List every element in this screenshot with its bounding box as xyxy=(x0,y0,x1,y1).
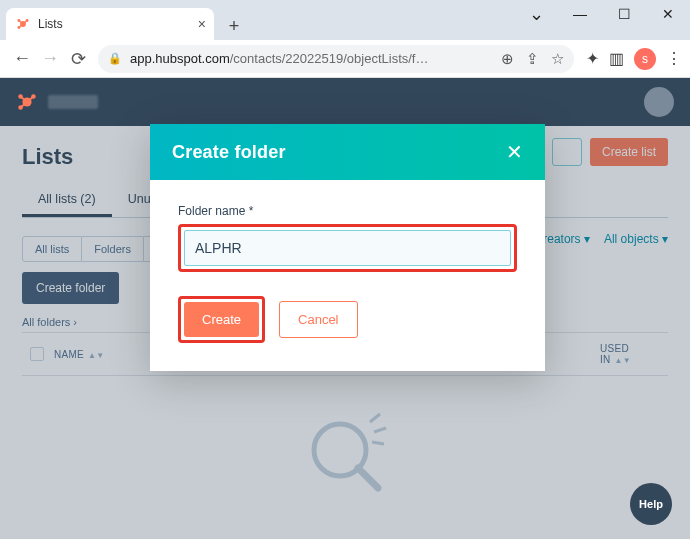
new-tab-button[interactable]: + xyxy=(220,12,248,40)
url-path: /contacts/22022519/objectLists/f… xyxy=(230,51,429,66)
reload-button[interactable]: ⟳ xyxy=(64,45,92,73)
back-button[interactable]: ← xyxy=(8,45,36,73)
chevron-down-icon[interactable]: ⌄ xyxy=(514,0,558,28)
modal-close-icon[interactable]: ✕ xyxy=(506,140,523,164)
url-domain: app.hubspot.com xyxy=(130,51,230,66)
maximize-button[interactable]: ☐ xyxy=(602,0,646,28)
zoom-icon[interactable]: ⊕ xyxy=(501,50,514,68)
kebab-menu-icon[interactable]: ⋮ xyxy=(666,49,682,68)
folder-name-label: Folder name * xyxy=(178,204,517,218)
app-area: Lists Create list All lists (2) Unused l… xyxy=(0,78,690,539)
folder-name-input[interactable] xyxy=(184,230,511,266)
panel-icon[interactable]: ▥ xyxy=(609,49,624,68)
modal-header: Create folder ✕ xyxy=(150,124,545,180)
user-avatar[interactable] xyxy=(644,87,674,117)
hubspot-logo-icon[interactable] xyxy=(16,91,38,113)
input-highlight xyxy=(178,224,517,272)
star-icon[interactable]: ☆ xyxy=(551,50,564,68)
close-tab-icon[interactable]: × xyxy=(198,16,206,32)
nav-text-blurred xyxy=(48,95,98,109)
minimize-button[interactable]: — xyxy=(558,0,602,28)
lock-icon: 🔒 xyxy=(108,52,122,65)
hubspot-favicon-icon xyxy=(16,17,30,31)
cancel-button[interactable]: Cancel xyxy=(279,301,357,338)
modal-buttons: Create Cancel xyxy=(178,296,517,343)
browser-tab-lists[interactable]: Lists × xyxy=(6,8,214,40)
hubspot-nav xyxy=(0,78,690,126)
forward-button[interactable]: → xyxy=(36,45,64,73)
window-controls: ⌄ — ☐ ✕ xyxy=(514,0,690,28)
help-bubble[interactable]: Help xyxy=(630,483,672,525)
url-bar: ← → ⟳ 🔒 app.hubspot.com/contacts/2202251… xyxy=(0,40,690,78)
address-bar[interactable]: 🔒 app.hubspot.com/contacts/22022519/obje… xyxy=(98,45,574,73)
profile-avatar[interactable]: s xyxy=(634,48,656,70)
close-window-button[interactable]: ✕ xyxy=(646,0,690,28)
create-folder-modal: Create folder ✕ Folder name * Create Can… xyxy=(150,124,545,371)
create-button[interactable]: Create xyxy=(184,302,259,337)
extensions-icon[interactable]: ✦ xyxy=(586,49,599,68)
tab-title: Lists xyxy=(38,17,63,31)
create-highlight: Create xyxy=(178,296,265,343)
modal-title: Create folder xyxy=(172,142,286,163)
modal-body: Folder name * Create Cancel xyxy=(150,180,545,371)
share-icon[interactable]: ⇪ xyxy=(526,50,539,68)
